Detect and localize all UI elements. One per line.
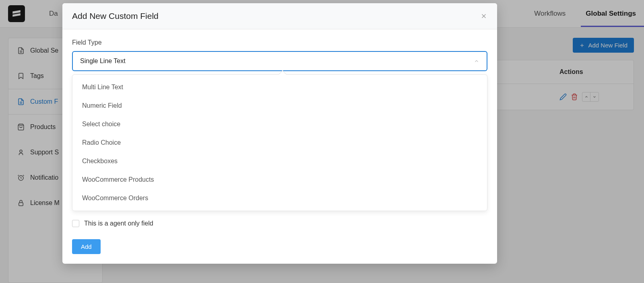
option-multi-line-text[interactable]: Multi Line Text — [72, 78, 487, 96]
option-woocommerce-orders[interactable]: WooCommerce Orders — [72, 189, 487, 207]
dropdown-list: Multi Line Text Numeric Field Select cho… — [72, 74, 487, 211]
field-type-select[interactable]: Single Line Text — [72, 51, 487, 71]
chevron-up-icon — [474, 58, 479, 64]
option-numeric-field[interactable]: Numeric Field — [72, 96, 487, 115]
select-value: Single Line Text — [80, 57, 126, 65]
modal-header: Add New Custom Field — [62, 3, 497, 29]
option-radio-choice[interactable]: Radio Choice — [72, 133, 487, 152]
agent-only-label: This is a agent only field — [84, 220, 153, 227]
option-checkboxes[interactable]: Checkboxes — [72, 152, 487, 170]
field-type-dropdown: Multi Line Text Numeric Field Select cho… — [72, 74, 487, 211]
agent-only-row: This is a agent only field — [72, 220, 487, 227]
field-type-label: Field Type — [72, 39, 487, 46]
close-icon[interactable] — [480, 12, 487, 20]
option-woocommerce-products[interactable]: WooCommerce Products — [72, 170, 487, 189]
add-custom-field-modal: Add New Custom Field Field Type Single L… — [62, 3, 497, 264]
option-select-choice[interactable]: Select choice — [72, 115, 487, 133]
modal-body: Field Type Single Line Text Multi Line T… — [62, 29, 497, 264]
add-button[interactable]: Add — [72, 239, 101, 254]
modal-title: Add New Custom Field — [72, 11, 159, 21]
agent-only-checkbox[interactable] — [72, 220, 79, 227]
